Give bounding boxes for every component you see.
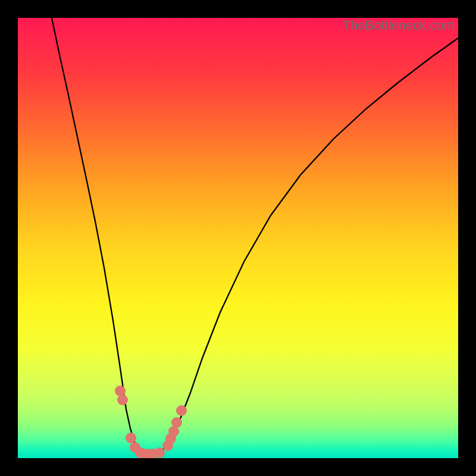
marker-group bbox=[115, 386, 187, 458]
data-marker bbox=[117, 394, 128, 405]
data-marker bbox=[176, 405, 187, 416]
data-marker bbox=[126, 433, 136, 443]
data-marker bbox=[171, 417, 182, 428]
curve-right-branch bbox=[161, 38, 458, 452]
chart-svg bbox=[18, 18, 458, 458]
plot-area: TheBottleneck.com bbox=[18, 18, 458, 458]
curve-group bbox=[52, 18, 458, 455]
frame: TheBottleneck.com bbox=[0, 0, 476, 476]
curve-left-branch bbox=[52, 18, 141, 452]
data-marker bbox=[154, 447, 165, 458]
